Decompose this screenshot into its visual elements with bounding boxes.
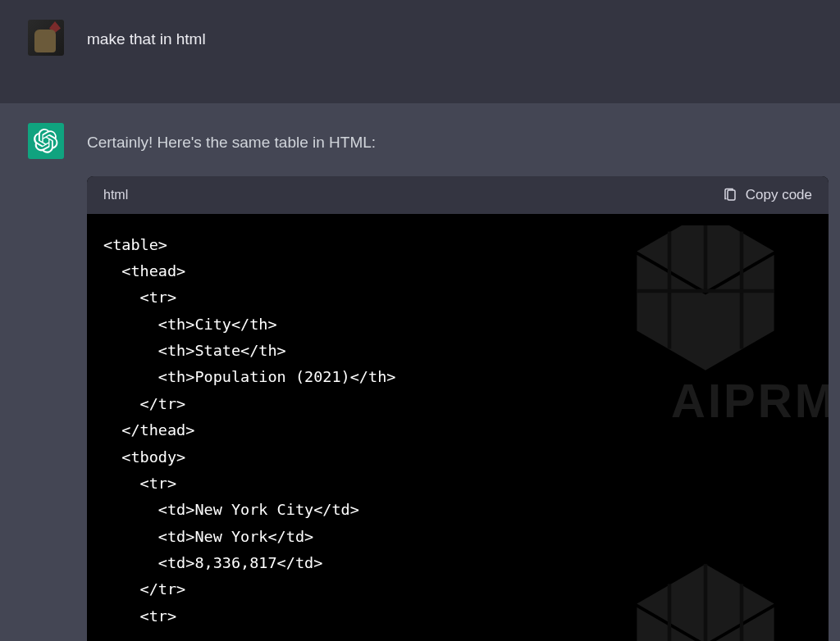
code-block-header: html Copy code <box>87 176 829 214</box>
user-message-row: make that in html <box>0 0 840 103</box>
assistant-message-body: Certainly! Here's the same table in HTML… <box>87 123 840 641</box>
code-body[interactable]: <table> <thead> <tr> <th>City</th> <th>S… <box>87 214 829 642</box>
copy-code-label: Copy code <box>746 187 812 203</box>
assistant-intro-text: Certainly! Here's the same table in HTML… <box>87 123 829 176</box>
assistant-avatar <box>28 123 64 159</box>
code-language-label: html <box>103 188 128 202</box>
user-avatar-image <box>28 20 64 56</box>
openai-logo-icon <box>34 129 58 153</box>
copy-code-button[interactable]: Copy code <box>723 187 812 203</box>
code-block: html Copy code <box>87 176 829 642</box>
clipboard-icon <box>723 188 737 202</box>
user-avatar <box>28 20 64 56</box>
user-message-text: make that in html <box>87 20 840 52</box>
assistant-message-row: Certainly! Here's the same table in HTML… <box>0 103 840 641</box>
svg-rect-0 <box>728 190 735 200</box>
